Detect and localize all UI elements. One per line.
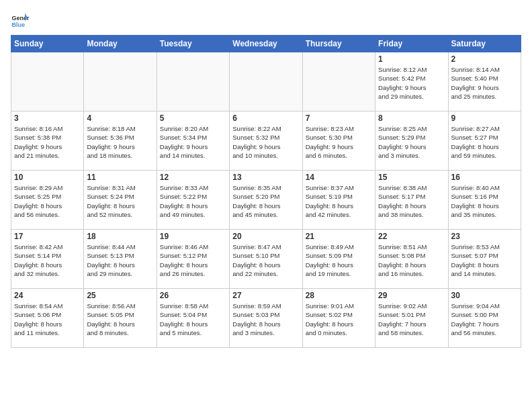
weekday-header-friday: Friday [375,36,448,52]
calendar-week-1: 1Sunrise: 8:12 AM Sunset: 5:42 PM Daylig… [11,52,521,111]
day-number: 17 [14,232,81,241]
day-info: Sunrise: 8:54 AM Sunset: 5:06 PM Dayligh… [14,302,81,337]
day-number: 20 [232,232,299,241]
calendar-cell: 7Sunrise: 8:23 AM Sunset: 5:30 PM Daylig… [302,111,375,171]
day-info: Sunrise: 8:22 AM Sunset: 5:32 PM Dayligh… [232,124,299,160]
day-number: 14 [306,173,372,182]
calendar-cell: 15Sunrise: 8:38 AM Sunset: 5:17 PM Dayli… [375,171,448,230]
day-info: Sunrise: 9:01 AM Sunset: 5:02 PM Dayligh… [306,302,372,337]
day-number: 25 [87,291,153,300]
day-number: 27 [232,291,299,300]
day-number: 8 [378,113,445,123]
calendar-cell: 13Sunrise: 8:35 AM Sunset: 5:20 PM Dayli… [230,171,302,230]
day-info: Sunrise: 8:49 AM Sunset: 5:09 PM Dayligh… [306,242,372,278]
calendar-cell: 10Sunrise: 8:29 AM Sunset: 5:25 PM Dayli… [11,171,84,230]
day-info: Sunrise: 8:12 AM Sunset: 5:42 PM Dayligh… [378,65,445,101]
day-number: 7 [306,113,372,123]
weekday-header-sunday: Sunday [11,36,84,52]
day-info: Sunrise: 8:29 AM Sunset: 5:25 PM Dayligh… [14,183,81,219]
calendar-cell [302,52,375,111]
day-number: 28 [306,291,372,300]
day-info: Sunrise: 8:44 AM Sunset: 5:13 PM Dayligh… [87,242,153,278]
calendar-cell: 27Sunrise: 8:59 AM Sunset: 5:03 PM Dayli… [230,289,302,348]
day-number: 23 [451,232,518,241]
day-number: 11 [87,173,153,182]
calendar-cell: 30Sunrise: 9:04 AM Sunset: 5:00 PM Dayli… [448,289,521,348]
calendar-cell: 19Sunrise: 8:46 AM Sunset: 5:12 PM Dayli… [157,230,229,289]
logo: General Blue [11,11,30,30]
calendar-week-2: 3Sunrise: 8:16 AM Sunset: 5:38 PM Daylig… [11,111,521,171]
day-info: Sunrise: 8:27 AM Sunset: 5:27 PM Dayligh… [451,124,518,160]
calendar-cell: 8Sunrise: 8:25 AM Sunset: 5:29 PM Daylig… [375,111,448,171]
day-info: Sunrise: 9:04 AM Sunset: 5:00 PM Dayligh… [451,302,518,337]
calendar-cell: 18Sunrise: 8:44 AM Sunset: 5:13 PM Dayli… [84,230,157,289]
day-info: Sunrise: 8:58 AM Sunset: 5:04 PM Dayligh… [160,302,226,337]
calendar-cell: 2Sunrise: 8:14 AM Sunset: 5:40 PM Daylig… [448,52,521,111]
svg-text:Blue: Blue [11,21,25,28]
day-info: Sunrise: 8:47 AM Sunset: 5:10 PM Dayligh… [232,242,299,278]
day-info: Sunrise: 8:42 AM Sunset: 5:14 PM Dayligh… [14,242,81,278]
calendar-cell: 22Sunrise: 8:51 AM Sunset: 5:08 PM Dayli… [375,230,448,289]
day-number: 10 [14,173,81,182]
day-number: 24 [14,291,81,300]
calendar-cell: 5Sunrise: 8:20 AM Sunset: 5:34 PM Daylig… [157,111,229,171]
day-number: 4 [87,113,153,123]
calendar-cell [84,52,157,111]
day-info: Sunrise: 8:35 AM Sunset: 5:20 PM Dayligh… [232,183,299,219]
day-number: 21 [306,232,372,241]
day-info: Sunrise: 8:20 AM Sunset: 5:34 PM Dayligh… [160,124,226,160]
calendar-cell: 4Sunrise: 8:18 AM Sunset: 5:36 PM Daylig… [84,111,157,171]
day-info: Sunrise: 8:33 AM Sunset: 5:22 PM Dayligh… [160,183,226,219]
calendar-cell: 3Sunrise: 8:16 AM Sunset: 5:38 PM Daylig… [11,111,84,171]
day-info: Sunrise: 8:40 AM Sunset: 5:16 PM Dayligh… [451,183,518,219]
calendar-cell: 24Sunrise: 8:54 AM Sunset: 5:06 PM Dayli… [11,289,84,348]
day-number: 3 [14,113,81,123]
calendar-cell: 23Sunrise: 8:53 AM Sunset: 5:07 PM Dayli… [448,230,521,289]
day-number: 1 [378,54,445,64]
day-info: Sunrise: 8:46 AM Sunset: 5:12 PM Dayligh… [160,242,226,278]
calendar-week-3: 10Sunrise: 8:29 AM Sunset: 5:25 PM Dayli… [11,171,521,230]
day-number: 22 [378,232,445,241]
header: General Blue [11,11,521,30]
calendar-week-5: 24Sunrise: 8:54 AM Sunset: 5:06 PM Dayli… [11,289,521,348]
weekday-header-monday: Monday [84,36,157,52]
day-info: Sunrise: 8:31 AM Sunset: 5:24 PM Dayligh… [87,183,153,219]
day-number: 18 [87,232,153,241]
calendar-cell: 1Sunrise: 8:12 AM Sunset: 5:42 PM Daylig… [375,52,448,111]
day-number: 19 [160,232,226,241]
calendar-cell: 16Sunrise: 8:40 AM Sunset: 5:16 PM Dayli… [448,171,521,230]
calendar-table: SundayMondayTuesdayWednesdayThursdayFrid… [11,35,521,348]
day-number: 13 [232,173,299,182]
day-number: 15 [378,173,445,182]
calendar-cell: 21Sunrise: 8:49 AM Sunset: 5:09 PM Dayli… [302,230,375,289]
weekday-header-wednesday: Wednesday [230,36,302,52]
calendar-cell: 12Sunrise: 8:33 AM Sunset: 5:22 PM Dayli… [157,171,229,230]
calendar-week-4: 17Sunrise: 8:42 AM Sunset: 5:14 PM Dayli… [11,230,521,289]
weekday-header-thursday: Thursday [302,36,375,52]
calendar-cell: 29Sunrise: 9:02 AM Sunset: 5:01 PM Dayli… [375,289,448,348]
day-info: Sunrise: 8:53 AM Sunset: 5:07 PM Dayligh… [451,242,518,278]
calendar-cell: 17Sunrise: 8:42 AM Sunset: 5:14 PM Dayli… [11,230,84,289]
day-info: Sunrise: 8:56 AM Sunset: 5:05 PM Dayligh… [87,302,153,337]
day-number: 16 [451,173,518,182]
day-info: Sunrise: 8:18 AM Sunset: 5:36 PM Dayligh… [87,124,153,160]
calendar-cell: 28Sunrise: 9:01 AM Sunset: 5:02 PM Dayli… [302,289,375,348]
calendar-cell [157,52,229,111]
day-number: 9 [451,113,518,123]
calendar-cell [230,52,302,111]
calendar-cell: 11Sunrise: 8:31 AM Sunset: 5:24 PM Dayli… [84,171,157,230]
day-info: Sunrise: 8:51 AM Sunset: 5:08 PM Dayligh… [378,242,445,278]
day-number: 26 [160,291,226,300]
day-info: Sunrise: 8:37 AM Sunset: 5:19 PM Dayligh… [306,183,372,219]
day-info: Sunrise: 8:23 AM Sunset: 5:30 PM Dayligh… [306,124,372,160]
day-info: Sunrise: 8:59 AM Sunset: 5:03 PM Dayligh… [232,302,299,337]
calendar-cell: 26Sunrise: 8:58 AM Sunset: 5:04 PM Dayli… [157,289,229,348]
day-number: 12 [160,173,226,182]
calendar-cell: 6Sunrise: 8:22 AM Sunset: 5:32 PM Daylig… [230,111,302,171]
day-info: Sunrise: 9:02 AM Sunset: 5:01 PM Dayligh… [378,302,445,337]
weekday-header-tuesday: Tuesday [157,36,229,52]
day-info: Sunrise: 8:14 AM Sunset: 5:40 PM Dayligh… [451,65,518,101]
calendar-cell: 9Sunrise: 8:27 AM Sunset: 5:27 PM Daylig… [448,111,521,171]
calendar-cell: 14Sunrise: 8:37 AM Sunset: 5:19 PM Dayli… [302,171,375,230]
day-number: 6 [232,113,299,123]
